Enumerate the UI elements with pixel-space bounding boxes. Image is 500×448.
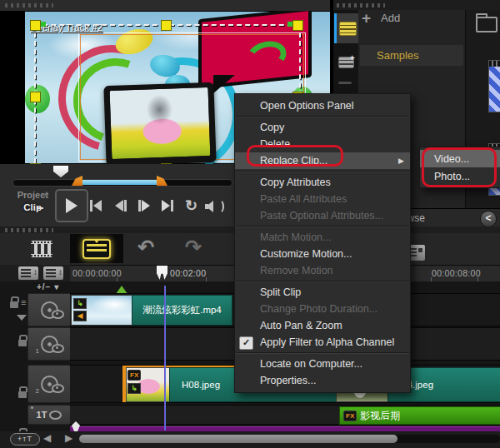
repeat-button[interactable]: ↻ (185, 197, 198, 215)
replace-clip-submenu: Video...Photo... (419, 147, 500, 188)
volume-waves-icon (214, 199, 224, 214)
divider (338, 82, 352, 84)
resize-handle[interactable] (30, 92, 41, 102)
library-thumbnail[interactable] (488, 60, 500, 112)
menu-separator (236, 352, 409, 354)
menu-separator (236, 281, 409, 282)
menu-item[interactable]: Replace Clip...▶ (235, 152, 410, 169)
ruler-position-marker[interactable] (157, 266, 168, 280)
title-track-icon: 1T (37, 410, 48, 420)
video-clip-label: 潮流炫彩彩虹.mp4 (142, 304, 222, 316)
overlay-track-icon: 1 (41, 336, 58, 353)
volume-button[interactable] (205, 199, 224, 214)
title-clip-label: 影视后期 (360, 409, 400, 423)
previous-frame-button[interactable] (115, 200, 127, 212)
menu-item[interactable]: Open Options Panel (235, 97, 410, 114)
video-track-options[interactable]: ≡ (10, 296, 26, 308)
panel-grip[interactable] (337, 3, 385, 7)
overlay-track2-header[interactable]: 2 (28, 365, 71, 403)
scroll-back-button[interactable]: ◀ (43, 432, 51, 444)
resize-handle[interactable] (161, 20, 172, 31)
menu-separator (236, 116, 409, 117)
video-clip[interactable]: 潮流炫彩彩虹.mp4 (132, 295, 232, 326)
menu-item[interactable]: Apply Filter to Alpha Channel✓ (235, 334, 410, 351)
photo-clip1-label: H08.jpeg (182, 380, 220, 390)
submenu-item[interactable]: Video... (420, 150, 500, 167)
timeline-view-button[interactable] (70, 234, 123, 263)
menu-item: Paste All Attributes (235, 191, 410, 207)
collapse-tracks-arrow-icon[interactable] (17, 315, 27, 321)
resize-handle[interactable] (30, 163, 41, 164)
submenu-arrow-icon: ▶ (398, 157, 404, 165)
menu-item[interactable]: Locate on Computer... (235, 356, 410, 372)
add-folder-button[interactable]: + Add (362, 12, 400, 24)
overlay-track-icon: 2 (41, 376, 58, 393)
skip-start-icon (93, 200, 102, 212)
dropdown-icon: ▾ (54, 282, 59, 291)
lock-icon (10, 301, 18, 308)
menu-item: Match Motion... (235, 229, 410, 246)
resize-handle[interactable] (161, 163, 172, 164)
insert-track-button[interactable] (18, 266, 38, 280)
resize-handle[interactable] (292, 20, 303, 31)
play-button[interactable] (55, 189, 88, 222)
lock-icon[interactable] (18, 340, 27, 346)
panel-grip[interactable] (5, 3, 53, 7)
panel-grip[interactable] (5, 228, 53, 232)
skip-end-icon (162, 200, 170, 212)
menu-item-label: Replace Clip... (260, 155, 328, 167)
rotate-handle[interactable] (41, 22, 46, 27)
menu-item[interactable]: Copy (235, 119, 410, 136)
instant-project-button[interactable]: ✦ (336, 52, 356, 73)
delete-track-button[interactable] (43, 266, 63, 280)
timeline-zoom-control[interactable]: +/− ▾ (37, 282, 59, 291)
trim-range (81, 180, 158, 185)
videostudio-app: Overlay Track #2 Project Clip ↻ (0, 0, 500, 448)
redo-button[interactable]: ↷ (185, 236, 202, 259)
fx-badge: FX (343, 411, 357, 421)
media-library-button[interactable] (334, 13, 359, 43)
next-frame-button[interactable] (138, 200, 150, 212)
scrubber-playhead[interactable] (53, 166, 68, 177)
go-to-end-button[interactable] (162, 200, 173, 212)
overlay-track1-header[interactable]: 1 (28, 327, 71, 361)
title-track-row[interactable]: FX 影视后期 (70, 405, 500, 425)
samples-folder-item[interactable]: Samples (360, 45, 463, 66)
menu-item-label: Remove Motion (260, 265, 333, 276)
submenu-item[interactable]: Photo... (420, 167, 500, 185)
menu-item[interactable]: Split Clip (235, 284, 410, 301)
menu-item[interactable]: Auto Pan & Zoom (235, 317, 410, 334)
media-icon (339, 22, 357, 36)
wand-icon: ✦ (349, 53, 356, 62)
timecode-start: 00:00:00:00 (72, 268, 122, 278)
undo-button[interactable]: ↶ (138, 236, 154, 259)
title-track-header[interactable]: 1T (28, 405, 71, 425)
scroll-forward-button[interactable]: ▶ (65, 432, 72, 444)
menu-item-label: Customize Motion... (260, 248, 352, 260)
menu-item: Remove Motion (235, 262, 410, 279)
menu-item: Change Photo Duration... (235, 301, 410, 317)
lock-icon[interactable] (18, 391, 27, 398)
title-clip[interactable]: FX 影视后期 (339, 406, 500, 425)
video-track-header[interactable] (28, 293, 71, 326)
resize-handle[interactable] (30, 20, 41, 31)
clip-mode-label[interactable]: Clip (0, 202, 42, 212)
folder-icon[interactable] (476, 17, 498, 32)
play-icon (66, 198, 78, 213)
menu-item-label: Delete (260, 138, 290, 150)
fx-badge: FX (128, 370, 141, 381)
go-to-start-button[interactable] (90, 200, 102, 212)
timeline-scrollbar[interactable] (79, 435, 500, 443)
scroll-left-button[interactable]: < (480, 211, 497, 227)
menu-item[interactable]: Customize Motion... (235, 246, 410, 262)
timecode-end: 00:00:08:00 (432, 268, 481, 278)
timeline-playhead[interactable] (164, 286, 166, 431)
track-number: 1 (36, 347, 39, 355)
storyboard-view-button[interactable] (25, 238, 58, 260)
scrollbar-thumb[interactable] (79, 435, 398, 443)
fit-project-button[interactable]: +ᴛT (10, 433, 40, 446)
menu-item[interactable]: Delete (235, 136, 410, 152)
rotate-handle[interactable] (288, 22, 292, 27)
menu-item[interactable]: Copy Attributes (235, 174, 410, 191)
menu-item[interactable]: Properties... (235, 372, 410, 389)
